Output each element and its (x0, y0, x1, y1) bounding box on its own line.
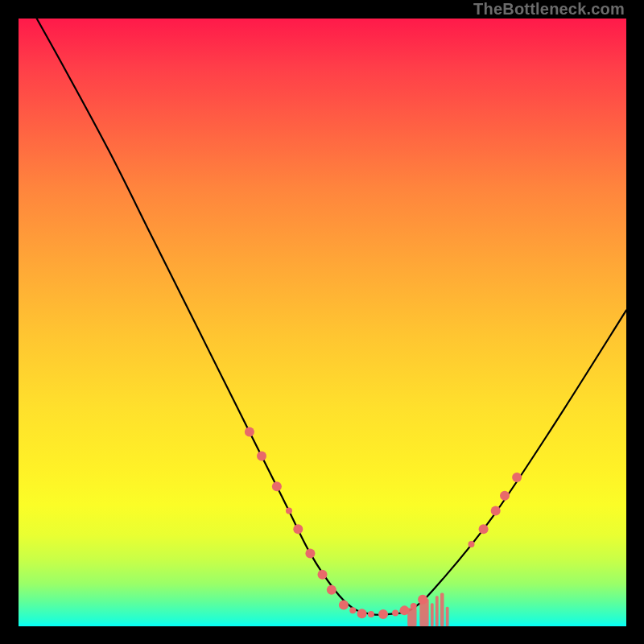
watermark-label: TheBottleneck.com (473, 0, 625, 19)
chart-svg (19, 19, 626, 626)
marker-20 (500, 491, 510, 501)
marker-4 (293, 524, 303, 534)
marker-19 (491, 506, 501, 516)
chart-frame: TheBottleneck.com (0, 0, 644, 644)
marker-11 (368, 611, 374, 617)
marker-14 (399, 605, 409, 615)
marker-12 (378, 609, 388, 619)
marker-1 (257, 452, 266, 461)
marker-15 (411, 603, 417, 609)
marker-18 (479, 524, 489, 534)
marker-8 (339, 601, 349, 610)
marker-17 (468, 541, 474, 547)
bottleneck-curve (37, 19, 626, 615)
streak-4 (440, 592, 444, 626)
marker-21 (512, 473, 522, 482)
streak-5 (446, 607, 449, 626)
marker-13 (392, 609, 398, 616)
marker-3 (286, 508, 292, 514)
marker-6 (318, 570, 328, 580)
marker-0 (245, 427, 254, 436)
marker-10 (357, 609, 367, 618)
streak-3 (436, 596, 439, 626)
marker-5 (305, 548, 315, 558)
marker-9 (349, 607, 356, 613)
marker-2 (272, 481, 282, 491)
marker-16 (418, 595, 427, 605)
streak-2 (431, 603, 434, 626)
marker-7 (327, 585, 336, 595)
plot-area (19, 19, 626, 626)
